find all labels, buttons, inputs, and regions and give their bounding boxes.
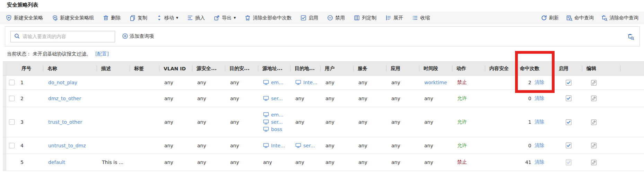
toolbar-right: 刷新命中查询清除命中查询: [541, 15, 638, 21]
cell-content-security: [485, 107, 516, 137]
toolbar-button-copy[interactable]: 复制: [129, 15, 147, 21]
cell-content-security: [485, 137, 516, 154]
action-value: 允许: [457, 142, 467, 149]
cell-enable: [555, 154, 582, 171]
cell-app: any: [386, 137, 419, 154]
clear-hits-link[interactable]: 清除: [534, 95, 544, 102]
row-select-checkbox[interactable]: [9, 119, 15, 125]
row-select-checkbox[interactable]: [9, 80, 15, 85]
edit-button[interactable]: [591, 159, 597, 166]
status-line: 当前状态： 未开启基础协议报文过滤。 [配置]: [7, 51, 109, 57]
host-monitor-icon: [263, 80, 269, 85]
cell-dst-addr: any: [290, 107, 321, 137]
cell-filler: [620, 107, 644, 137]
toolbar-button-expand[interactable]: 展开: [385, 15, 403, 21]
config-link[interactable]: [配置]: [95, 51, 109, 57]
cell-hit-count: 41清除: [516, 154, 555, 171]
search-input[interactable]: [23, 34, 112, 39]
policy-row-do_not_play: 1do_not_playanyanyanyem...Inte...anyanya…: [3, 76, 644, 90]
move-icon: [156, 15, 163, 21]
clear-hits-link[interactable]: 清除: [534, 79, 544, 86]
cell-edit: [582, 154, 620, 171]
cell-desc: [97, 137, 130, 154]
action-value: 禁止: [457, 79, 467, 86]
toolbar-button-label: 展开: [393, 15, 403, 21]
row-select-checkbox[interactable]: [9, 96, 15, 101]
cell-dst-zone: any: [225, 107, 258, 137]
edit-button[interactable]: [591, 95, 597, 102]
row-select-checkbox[interactable]: [9, 143, 15, 148]
cell-src-zone: any: [192, 154, 225, 171]
column-header-src-addr: 源地址...: [258, 62, 290, 75]
enable-checkbox[interactable]: [565, 142, 572, 149]
clear-hits-link[interactable]: 清除: [534, 142, 544, 149]
policy-name-link[interactable]: do_not_play: [48, 80, 77, 85]
toolbar-button-export[interactable]: 导出▼: [214, 15, 236, 21]
cell-gutter: [3, 76, 6, 89]
clear-search-query-button[interactable]: [627, 33, 634, 40]
address-object-link[interactable]: boss: [263, 127, 282, 132]
toolbar-button-disable[interactable]: 禁用: [327, 15, 345, 21]
clear-hits-link[interactable]: 清除: [534, 159, 544, 165]
insert-icon: [187, 15, 193, 21]
cell-content-security: [485, 154, 516, 171]
policy-name-link[interactable]: dmz_to_other: [48, 96, 81, 101]
edit-button[interactable]: [591, 119, 597, 125]
clear-hits-link[interactable]: 清除: [534, 119, 544, 125]
schedule-link[interactable]: worktime: [424, 80, 447, 85]
toolbar-button-move[interactable]: 移动▼: [156, 15, 178, 21]
cell-desc: [97, 76, 130, 89]
address-object-link[interactable]: ser...: [263, 96, 283, 101]
policy-name-link[interactable]: default: [48, 159, 65, 165]
toolbar-button-new-policy-group[interactable]: 新建安全策略组: [52, 15, 94, 21]
address-object-link[interactable]: ser...: [263, 119, 283, 125]
cell-content-security: [485, 90, 516, 107]
address-any-value: any: [295, 119, 304, 125]
toolbar-button-delete[interactable]: 删除: [103, 15, 121, 21]
enable-checkbox[interactable]: [565, 95, 572, 102]
toolbar-button-label: 命中查询: [574, 15, 594, 21]
host-monitor-icon: [263, 143, 269, 148]
cell-schedule: any: [419, 137, 452, 154]
toolbar-button-new-policy[interactable]: 新建安全策略: [6, 15, 43, 21]
toolbar-button-label: 新建安全策略组: [60, 15, 94, 21]
policy-name-link[interactable]: trust_to_other: [48, 119, 82, 125]
toolbar-button-refresh[interactable]: 刷新: [541, 15, 559, 21]
shield-group-plus-icon: [52, 15, 58, 21]
toolbar-button-clear-all-hits[interactable]: 00清除全部命中次数: [244, 15, 291, 21]
security-policy-page: 安全策略列表 新建安全策略新建安全策略组删除复制移动▼插入导出▼00清除全部命中…: [0, 0, 644, 182]
cell-tag: [130, 107, 159, 137]
policy-name-link[interactable]: untrust_to_dmz: [48, 143, 86, 148]
cell-select: [6, 154, 17, 171]
toolbar-button-collapse[interactable]: 收缩: [412, 15, 430, 21]
toolbar-button-label: 刷新: [549, 15, 559, 21]
enable-checkbox[interactable]: [565, 79, 572, 86]
hit-count-value: 2: [528, 80, 531, 85]
address-object-link[interactable]: ser...: [295, 143, 315, 148]
schedule-value: any: [424, 159, 433, 165]
edit-button[interactable]: [591, 79, 597, 86]
cell-vlan: any: [159, 90, 192, 107]
policy-table: 序号名称描述标签VLAN ID源安全...目的安...源地址...目的地...用…: [3, 61, 644, 171]
toolbar-button-column-customize[interactable]: 列定制: [354, 15, 376, 21]
schedule-value: any: [424, 96, 433, 101]
cell-user: any: [321, 154, 354, 171]
enable-checkbox[interactable]: [565, 119, 572, 125]
toolbar-button-hit-query[interactable]: 命中查询: [566, 15, 594, 21]
toolbar-button-enable[interactable]: 启用: [300, 15, 318, 21]
column-header-app: 应用: [386, 62, 419, 75]
address-object-link[interactable]: Inte...: [295, 80, 317, 85]
address-object-link[interactable]: em...: [263, 112, 284, 118]
policy-row-untrust_to_dmz: 4untrust_to_dmzanyanyanyInte...ser...any…: [3, 137, 644, 154]
cell-dst-addr: any: [290, 154, 321, 171]
address-object-link[interactable]: em...: [263, 80, 284, 85]
cell-hit-count: 0清除: [516, 90, 555, 107]
cell-action: 允许: [452, 90, 485, 107]
toolbar-button-insert[interactable]: 插入: [187, 15, 205, 21]
search-icon: [14, 33, 20, 40]
toolbar-button-clear-hit-query[interactable]: 清除命中查询: [601, 15, 638, 21]
address-object-link[interactable]: Inte...: [263, 143, 285, 148]
edit-button[interactable]: [591, 142, 597, 149]
add-query-button[interactable]: 添加查询项: [122, 33, 154, 40]
clear-hits-icon: 00: [244, 15, 251, 21]
